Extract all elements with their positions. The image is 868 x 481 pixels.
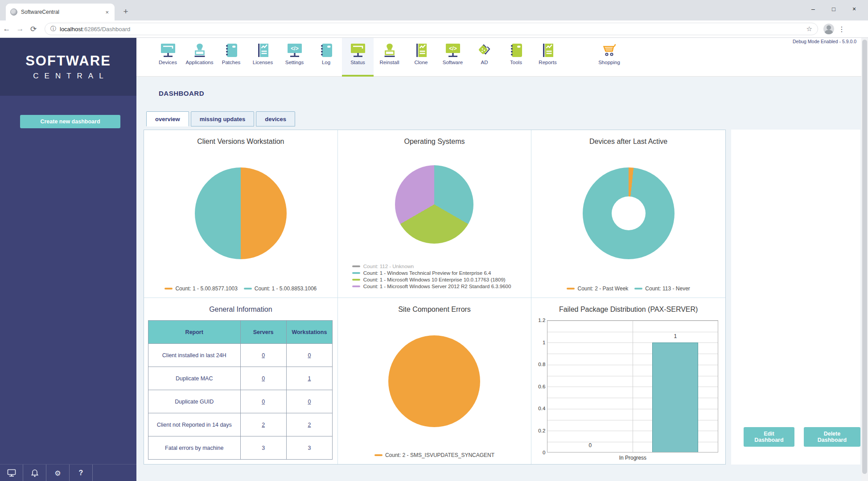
toolbar-item-shopping[interactable]: Shopping [593,38,625,77]
scrollbar-thumb[interactable] [862,40,867,474]
back-icon[interactable]: ← [0,24,13,33]
logo-line1: SOFTWARE [25,53,111,69]
servers-count-link[interactable]: 0 [240,367,286,390]
remote-desktop-icon[interactable] [0,465,23,481]
servers-count-link[interactable]: 2 [240,413,286,436]
toolbar-label: Reports [539,60,556,65]
workstations-count-link[interactable]: 1 [286,367,332,390]
toolbar-item-tools[interactable]: Tools [500,38,532,77]
panel-general-information: General Information Report Servers Works… [144,298,338,464]
servers-count-link[interactable]: 0 [240,390,286,413]
browser-tab-strip: SoftwareCentral × + – □ × [0,0,868,20]
browser-menu-icon[interactable]: ⋮ [835,25,848,33]
toolbar-item-status[interactable]: Status [342,38,374,77]
report-name-cell: Duplicate MAC [148,367,241,390]
toolbar-item-applications[interactable]: Applications [184,38,215,77]
toolbar-item-devices[interactable]: Devices [152,38,184,77]
edit-dashboard-button[interactable]: Edit Dashboard [744,427,794,447]
chart-legend: Count: 2 - Past Week Count: 113 - Never [531,285,725,292]
legend-item[interactable]: Count: 1 - 5.00.8577.1003 [165,285,237,292]
tab-devices[interactable]: devices [256,111,295,126]
logo-line2: CENTRAL [33,72,109,81]
chart-legend: Count: 2 - SMS_ISVUPDATES_SYNCAGENT [338,452,531,458]
toolbar-item-reinstall[interactable]: Reinstall [374,38,405,77]
workstations-count-value: 3 [286,436,332,460]
minimize-button[interactable]: – [803,0,823,18]
forward-icon[interactable]: → [13,24,27,33]
workstations-count-link[interactable]: 0 [286,390,332,413]
url-text: localhost:62865/Dashboard [60,26,803,33]
legend-swatch [352,279,360,281]
legend-swatch [374,454,383,456]
bookmark-star-icon[interactable]: ☆ [806,25,812,33]
y-axis-tick: 0.8 [533,362,545,367]
y-axis-tick: 1.2 [533,318,545,323]
toolbar-label: AD [481,60,488,65]
legend-item[interactable]: Count: 1 - Windows Technical Preview for… [352,270,511,276]
toolbar-item-ad[interactable]: AD [469,38,500,77]
chart-title: General Information [144,306,337,314]
url-bar[interactable]: ⓘ localhost:62865/Dashboard ☆ [45,23,818,35]
window-controls: – □ × [803,0,864,18]
stamp-icon [192,43,208,58]
notebook-icon [318,43,334,58]
site-info-icon[interactable]: ⓘ [50,25,56,33]
new-tab-button[interactable]: + [119,5,132,18]
workstations-count-link[interactable]: 2 [286,413,332,436]
create-new-dashboard-button[interactable]: Create new dashboard [20,115,120,128]
general-information-table: Report Servers Workstations Client insta… [148,320,333,460]
legend-item[interactable]: Count: 2 - Past Week [567,285,628,292]
legend-label: Count: 1 - 5.00.8853.1006 [255,285,317,292]
notebook-icon [223,43,239,58]
legend-item[interactable]: Count: 1 - Microsoft Windows Server 2012… [352,284,511,289]
report-name-cell: Fatal errors by machine [148,436,241,460]
table-header-row: Report Servers Workstations [148,321,333,344]
legend-item[interactable]: Count: 113 - Never [634,285,690,292]
tab-missing-updates[interactable]: missing updates [191,111,255,126]
monitor-icon [350,43,366,58]
toolbar-item-clone[interactable]: Clone [405,38,437,77]
legend-swatch [352,285,360,287]
favicon-icon [10,8,17,16]
debug-mode-text: Debug Mode Enabled - 5.9.0.0 [793,39,856,44]
legend-item[interactable]: Count: 1 - Microsoft Windows 10 Enterpri… [352,277,511,282]
toolbar-item-settings[interactable]: </> Settings [279,38,310,77]
legend-item[interactable]: Count: 2 - SMS_ISVUPDATES_SYNCAGENT [374,452,494,458]
toolbar-item-patches[interactable]: Patches [215,38,247,77]
toolbar-item-reports[interactable]: Reports [532,38,564,77]
svg-text:</>: </> [449,45,457,52]
close-button[interactable]: × [844,0,864,18]
toolbar-label: Licenses [253,60,273,65]
y-axis-tick: 0 [533,450,545,455]
browser-tab[interactable]: SoftwareCentral × [6,4,115,20]
toolbar-item-software[interactable]: </> Software [437,38,469,77]
servers-count-link[interactable]: 0 [240,344,286,367]
svg-text:</>: </> [291,45,298,52]
toolbar-item-licenses[interactable]: Licenses [247,38,279,77]
profile-avatar[interactable] [823,24,834,34]
code-monitor-icon: </> [445,43,461,58]
tab-close-icon[interactable]: × [104,9,110,16]
workstations-count-link[interactable]: 0 [286,344,332,367]
notifications-bell-icon[interactable] [23,465,46,481]
toolbar-item-log[interactable]: Log [310,38,342,77]
legend-label: Count: 112 - Unknown [363,264,414,269]
maximize-button[interactable]: □ [823,0,844,18]
panel-devices-after-last-active: Devices after Last Active Count: 2 - Pas… [531,130,725,298]
toolbar-label: Log [322,60,330,65]
table-row: Duplicate MAC 0 1 [148,367,333,390]
legend-item[interactable]: Count: 1 - 5.00.8853.1006 [244,285,317,292]
delete-dashboard-button[interactable]: Delete Dashboard [804,427,860,447]
gridline [633,321,633,452]
column-header: Workstations [286,321,332,344]
tab-overview[interactable]: overview [146,111,189,126]
settings-gear-icon[interactable]: ⚙ [46,465,70,481]
page-title: DASHBOARD [159,90,204,97]
cart-icon [601,43,617,58]
app-root: SOFTWARE CENTRAL Create new dashboard ⚙ … [0,38,868,481]
legend-label: Count: 2 - SMS_ISVUPDATES_SYNCAGENT [385,452,494,458]
help-icon[interactable]: ? [70,465,93,481]
legend-item[interactable]: Count: 112 - Unknown [352,264,511,269]
url-path: :62865/Dashboard [82,26,130,33]
reload-icon[interactable]: ⟳ [27,24,40,34]
